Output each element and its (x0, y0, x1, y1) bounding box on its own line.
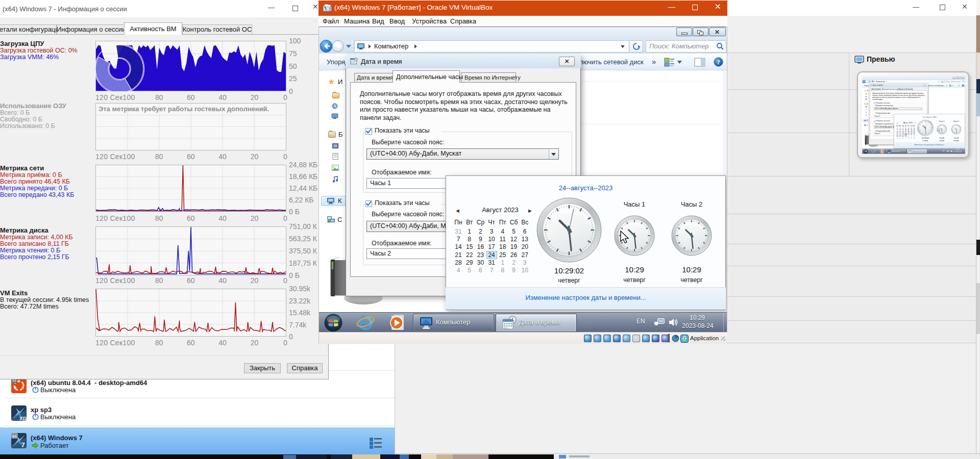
svg-text:7: 7 (21, 441, 24, 449)
svg-text:?: ? (717, 59, 720, 66)
svg-text:xp: xp (19, 415, 27, 421)
svg-text:Эта метрика требует работы гос: Эта метрика требует работы гостевых допо… (99, 105, 269, 113)
svg-text:64: 64 (12, 379, 16, 382)
svg-text:64: 64 (12, 434, 16, 439)
